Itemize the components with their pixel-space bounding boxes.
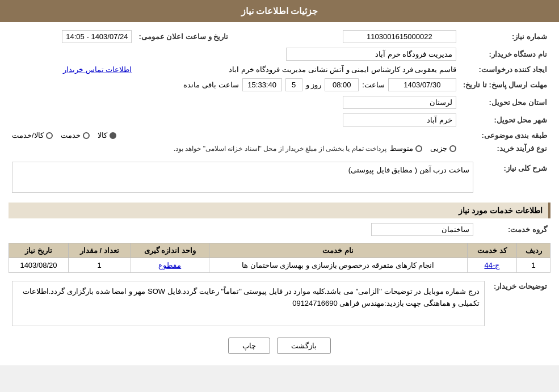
category-label: طبقه بندی موضوعی: xyxy=(460,129,550,142)
province-value: لرستان xyxy=(343,96,456,109)
purchase-type-row: متوسط جزیی پرداخت تمام یا بخشی از مبلغ خ… xyxy=(12,144,456,153)
services-section-header: اطلاعات خدمات مورد نیاز xyxy=(9,203,550,218)
deadline-remaining: 15:33:40 xyxy=(242,78,282,91)
services-table-head: ردیف کد خدمت نام خدمت واحد اندازه گیری ت… xyxy=(9,243,550,258)
date-announce-value: 1403/07/24 - 14:05 xyxy=(62,30,132,43)
row-category: طبقه بندی موضوعی: کالا/خدمت خدمت xyxy=(9,129,550,142)
purchase-type-small[interactable]: جزیی xyxy=(430,144,456,153)
page-title: جزئیات اطلاعات نیاز xyxy=(241,6,318,16)
category-option-1[interactable]: کالا xyxy=(98,131,116,140)
requester-value: قاسم یعقوبی فرد کارشناس ایمنی و آتش نشان… xyxy=(229,65,456,74)
row-unit[interactable]: مقطوع xyxy=(131,258,209,273)
category-radio-1 xyxy=(110,132,116,139)
category-radio-group: کالا/خدمت خدمت کالا xyxy=(12,131,456,140)
service-group-label: گروه خدمت: xyxy=(477,221,550,238)
purchase-type-label: نوع فرآیند خرید: xyxy=(460,142,550,155)
deadline-label: مهلت ارسال پاسخ: تا تاریخ: xyxy=(460,76,550,94)
row-requester: ایجاد کننده درخواست: قاسم یعقوبی فرد کار… xyxy=(9,63,550,76)
col-unit: واحد اندازه گیری xyxy=(131,243,209,258)
services-table: ردیف کد خدمت نام خدمت واحد اندازه گیری ت… xyxy=(9,243,550,273)
need-desc-table: شرح کلی نیاز: xyxy=(9,159,550,198)
content-area: شماره نیاز: 1103001615000022 تاریخ و ساع… xyxy=(0,22,559,365)
col-row: ردیف xyxy=(517,243,550,258)
date-announce-label: تاریخ و ساعت اعلان عمومی: xyxy=(135,28,232,45)
page-header: جزئیات اطلاعات نیاز xyxy=(0,0,559,22)
purchase-radio-medium xyxy=(415,145,422,152)
city-label: شهر محل تحویل: xyxy=(460,111,550,129)
deadline-day-label: روز و xyxy=(306,81,322,89)
col-qty: تعداد / مقدار xyxy=(68,243,131,258)
row-buyer-org: نام دستگاه خریدار: مدیریت فرودگاه خرم آب… xyxy=(9,45,550,63)
deadline-time-label: ساعت: xyxy=(362,81,385,89)
notes-text: درج شماره موبایل در توضیحات "الزامی" می … xyxy=(23,287,480,307)
purchase-label-small: جزیی xyxy=(430,144,447,153)
row-date: 1403/08/20 xyxy=(9,258,69,273)
row-province: استان محل تحویل: لرستان xyxy=(9,94,550,111)
purchase-note: پرداخت تمام یا بخشی از مبلغ خریدار از مح… xyxy=(174,145,386,153)
page-container: جزئیات اطلاعات نیاز شماره نیاز: 11030016… xyxy=(0,0,559,365)
need-desc-section: شرح کلی نیاز: xyxy=(9,159,550,198)
services-table-body: 1 ج-44 انجام کارهای متفرقه درخصوص بازساز… xyxy=(9,258,550,273)
service-group-row: گروه خدمت: ساختمان xyxy=(9,221,550,238)
row-number: 1 xyxy=(517,258,550,273)
button-row: بازگشت چاپ xyxy=(9,338,550,354)
contact-info-link[interactable]: اطلاعات تماس خریدار xyxy=(63,65,132,74)
requester-label: ایجاد کننده درخواست: xyxy=(460,63,550,76)
service-group-value: ساختمان xyxy=(371,223,473,236)
row-quantity: 1 xyxy=(68,258,131,273)
category-label-2: خدمت xyxy=(61,131,81,140)
province-label: استان محل تحویل: xyxy=(460,94,550,111)
need-desc-row: شرح کلی نیاز: xyxy=(9,159,550,198)
need-number-label: شماره نیاز: xyxy=(460,28,550,45)
row-code[interactable]: ج-44 xyxy=(467,258,517,273)
print-button[interactable]: چاپ xyxy=(228,338,270,354)
need-desc-area xyxy=(12,162,473,196)
purchase-type-medium[interactable]: متوسط xyxy=(390,144,422,153)
table-row: 1 ج-44 انجام کارهای متفرقه درخصوص بازساز… xyxy=(9,258,550,273)
category-label-1: کالا xyxy=(98,131,107,140)
purchase-label-medium: متوسط xyxy=(390,144,413,153)
need-desc-label: شرح کلی نیاز: xyxy=(477,159,550,198)
category-option-3[interactable]: کالا/خدمت xyxy=(12,131,53,140)
category-label-3: کالا/خدمت xyxy=(12,131,44,140)
info-table: شماره نیاز: 1103001615000022 تاریخ و ساع… xyxy=(9,28,550,155)
need-number-value: 1103001615000022 xyxy=(343,30,456,43)
category-radio-2 xyxy=(83,132,90,139)
back-button[interactable]: بازگشت xyxy=(277,338,331,354)
service-group-table: گروه خدمت: ساختمان xyxy=(9,221,550,238)
notes-table: توضیحات خریدار: درج شماره موبایل در توضی… xyxy=(9,279,550,328)
row-service-name: انجام کارهای متفرقه درخصوص بازسازی و بهس… xyxy=(209,258,467,273)
deadline-day: 5 xyxy=(285,78,302,91)
deadline-date: 1403/07/30 xyxy=(388,78,456,91)
row-deadline: مهلت ارسال پاسخ: تا تاریخ: 1403/07/30 سا… xyxy=(9,76,550,94)
notes-content: درج شماره موبایل در توضیحات "الزامی" می … xyxy=(12,281,485,326)
city-value: خرم آباد xyxy=(343,113,456,127)
category-radio-3 xyxy=(46,132,53,139)
col-code: کد خدمت xyxy=(467,243,517,258)
deadline-row: 1403/07/30 ساعت: 08:00 روز و 5 15:33:40 … xyxy=(12,78,456,91)
notes-row: توضیحات خریدار: درج شماره موبایل در توضی… xyxy=(9,279,550,328)
services-header-row: ردیف کد خدمت نام خدمت واحد اندازه گیری ت… xyxy=(9,243,550,258)
deadline-time: 08:00 xyxy=(325,78,359,91)
row-need-number: شماره نیاز: 1103001615000022 تاریخ و ساع… xyxy=(9,28,550,45)
buyer-org-label: نام دستگاه خریدار: xyxy=(460,45,550,63)
category-option-2[interactable]: خدمت xyxy=(61,131,90,140)
need-desc-textarea[interactable] xyxy=(12,162,473,193)
notes-label: توضیحات خریدار: xyxy=(488,279,550,328)
row-city: شهر محل تحویل: خرم آباد xyxy=(9,111,550,129)
purchase-radio-small xyxy=(449,145,456,152)
deadline-remaining-label: ساعت باقی مانده xyxy=(183,81,238,89)
purchase-type-radio-group: متوسط جزیی xyxy=(390,144,456,153)
row-purchase-type: نوع فرآیند خرید: متوسط جزیی xyxy=(9,142,550,155)
buyer-org-value: مدیریت فرودگاه خرم آباد xyxy=(286,48,456,61)
col-name: نام خدمت xyxy=(209,243,467,258)
col-date: تاریخ نیاز xyxy=(9,243,69,258)
